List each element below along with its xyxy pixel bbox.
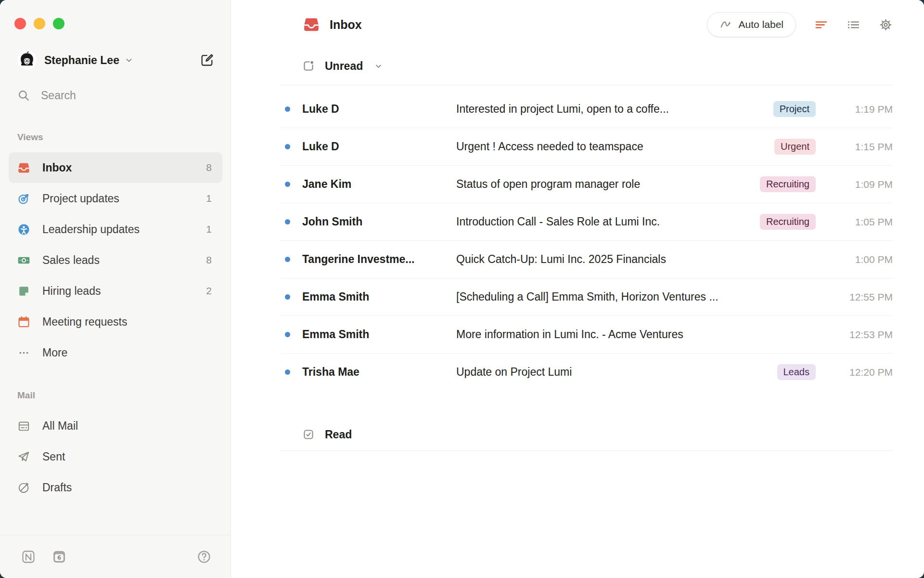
read-group-header[interactable]: Read [281,426,893,443]
email-sender: Luke D [302,140,456,153]
email-subject: Introduction Call - Sales Role at Lumi I… [456,215,752,228]
unread-dot [285,257,290,262]
search-placeholder: Search [41,89,76,102]
email-row[interactable]: Emma Smith [Scheduling a Call] Emma Smit… [281,278,893,316]
sidebar-item-sales-leads[interactable]: Sales leads 8 [9,245,222,276]
zoom-button[interactable] [53,18,64,29]
views-section-title: Views [0,132,231,143]
email-time: 1:05 PM [825,216,893,228]
email-subject: Interested in project Lumi, open to a co… [456,103,766,116]
ellipsis-icon [17,346,30,359]
main-header: Inbox Auto label [281,0,893,38]
email-subject: Urgent ! Access needed to teamspace [456,140,767,153]
email-row[interactable]: Luke D Interested in project Lumi, open … [281,91,893,128]
sidebar-item-label: Sales leads [42,254,100,267]
sidebar-footer: 6 [0,535,231,578]
sidebar-item-meeting-requests[interactable]: Meeting requests [9,306,222,337]
email-label-tag: Urgent [774,139,816,155]
email-label-tag: Recruiting [760,176,816,192]
sidebar-item-sent[interactable]: Sent [9,441,222,472]
help-button[interactable] [197,550,211,564]
email-sender: Luke D [302,103,456,116]
email-sender: John Smith [302,215,456,228]
mail-section-title: Mail [0,390,231,401]
sidebar-item-label: More [42,346,67,359]
inbox-icon [302,16,321,33]
sidebar-item-all-mail[interactable]: All Mail [9,410,222,441]
compose-button[interactable] [200,53,214,67]
email-row[interactable]: John Smith Introduction Call - Sales Rol… [281,203,893,241]
minimize-button[interactable] [34,18,45,29]
sidebar-item-label: Hiring leads [42,285,101,298]
email-row[interactable]: Tangerine Investme... Quick Catch-Up: Lu… [281,241,893,278]
unread-group-header[interactable]: Unread [281,58,893,74]
unread-icon [302,60,315,72]
unread-dot [285,182,290,187]
calendar-icon [17,315,30,328]
sidebar-item-inbox[interactable]: Inbox 8 [9,152,222,183]
sidebar-item-count: 1 [206,223,212,235]
email-subject: [Scheduling a Call] Emma Smith, Horizon … [456,290,816,303]
email-sender: Tangerine Investme... [302,253,456,266]
sidebar-item-project-updates[interactable]: Project updates 1 [9,183,222,214]
archive-icon [17,420,30,433]
email-subject: Update on Project Lumi [456,366,770,379]
sidebar-item-count: 2 [206,285,212,297]
email-time: 1:00 PM [825,254,893,265]
unread-dot [285,332,290,337]
auto-label-button[interactable]: Auto label [707,12,796,37]
calendar-app-icon[interactable]: 6 [51,549,67,565]
email-time: 12:55 PM [825,291,893,303]
sidebar-item-leadership-updates[interactable]: Leadership updates 1 [9,214,222,245]
unread-dot [285,369,290,375]
email-subject: Quick Catch-Up: Lumi Inc. 2025 Financial… [456,253,816,266]
page-title: Inbox [330,18,362,32]
email-row[interactable]: Emma Smith More information in Lumi Inc.… [281,316,893,354]
read-checkbox-icon [302,428,315,441]
account-name: Stephanie Lee [44,54,119,67]
sidebar-item-label: Leadership updates [42,223,140,236]
sidebar-item-drafts[interactable]: Drafts [9,472,222,503]
sidebar-item-label: All Mail [42,420,78,433]
read-group-label: Read [325,428,352,441]
sidebar-item-label: Drafts [42,481,72,494]
email-sender: Trisha Mae [302,366,456,379]
sidebar-item-more[interactable]: More [9,337,222,368]
sidebar-item-count: 8 [206,162,212,173]
sidebar-item-hiring-leads[interactable]: Hiring leads 2 [9,276,222,306]
email-row[interactable]: Luke D Urgent ! Access needed to teamspa… [281,128,893,166]
email-row[interactable]: Trisha Mae Update on Project Lumi Leads … [281,354,893,391]
close-button[interactable] [14,18,26,29]
sidebar: Stephanie Lee Search Views Inbox 8 Proje… [0,0,231,578]
mail-nav: All Mail Sent Drafts [0,410,231,503]
note-icon [17,285,30,298]
email-row[interactable]: Jane Kim Status of open program manager … [281,166,893,203]
email-time: 1:15 PM [825,141,893,153]
sidebar-item-count: 8 [206,254,212,266]
banknote-icon [17,254,30,267]
email-label-tag: Leads [777,364,816,380]
inbox-icon [17,161,30,174]
search-input[interactable]: Search [0,89,231,102]
unread-group-label: Unread [325,60,363,73]
sidebar-item-label: Inbox [42,161,72,174]
email-subject: Status of open program manager role [456,178,752,191]
sidebar-item-label: Sent [42,450,65,463]
email-subject: More information in Lumi Inc. - Acme Ven… [456,328,816,341]
divider [281,450,893,451]
filter-button[interactable] [814,18,828,32]
email-time: 1:09 PM [825,179,893,190]
chevron-down-icon [124,55,134,65]
account-switcher[interactable]: Stephanie Lee [0,51,231,70]
sidebar-item-label: Meeting requests [42,315,127,328]
list-view-button[interactable] [847,18,860,32]
sidebar-item-label: Project updates [42,192,119,205]
settings-button[interactable] [879,18,893,32]
email-time: 12:20 PM [825,367,893,378]
unread-dot [285,219,290,224]
avatar [17,51,37,70]
sidebar-item-count: 1 [206,193,212,204]
person-circle-icon [17,223,30,236]
notion-logo-icon[interactable] [21,549,36,565]
app-window: Stephanie Lee Search Views Inbox 8 Proje… [0,0,924,578]
